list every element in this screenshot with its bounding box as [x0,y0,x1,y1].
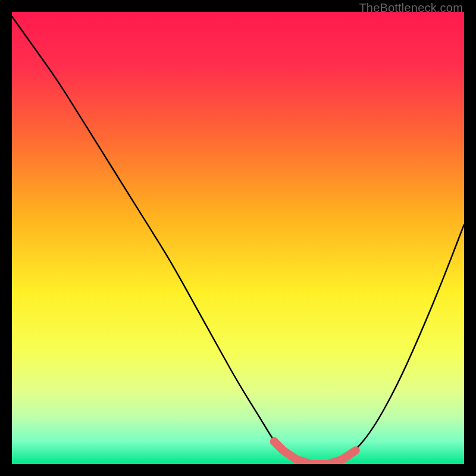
gradient-background [12,12,464,464]
bottleneck-chart [12,12,464,464]
chart-frame [12,12,464,464]
highlight-dot [270,437,278,446]
watermark-text: TheBottleneck.com [359,1,463,15]
